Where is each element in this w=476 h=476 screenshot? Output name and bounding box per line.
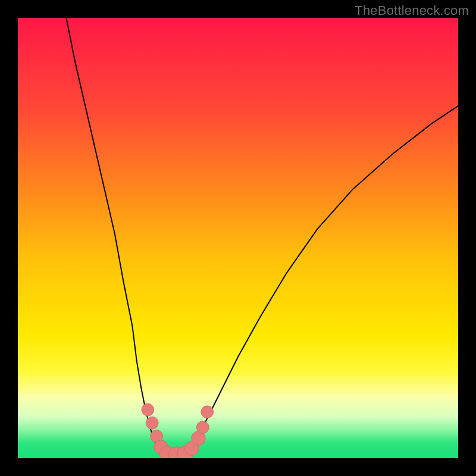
- curve-left-branch: [66, 18, 163, 454]
- curve-right-branch: [185, 106, 458, 454]
- data-marker: [196, 421, 209, 434]
- data-marker: [142, 403, 154, 416]
- data-marker: [146, 416, 158, 429]
- data-marker: [201, 406, 214, 418]
- plot-area: [18, 18, 458, 458]
- marker-group: [142, 403, 214, 458]
- watermark-text: TheBottleneck.com: [355, 3, 469, 18]
- curve-layer: [18, 18, 458, 458]
